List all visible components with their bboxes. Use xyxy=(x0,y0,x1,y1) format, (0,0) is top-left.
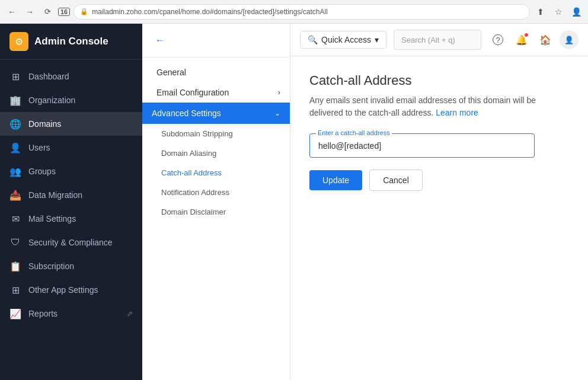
profile-avatar: 👤 xyxy=(564,36,574,44)
submenu-sub-item-catch-all-address[interactable]: Catch-all Address xyxy=(142,163,290,183)
submenu-item-general[interactable]: General xyxy=(142,62,290,82)
submenu-header: ← xyxy=(142,24,290,58)
main-content: 🔍 Quick Access ▾ Search (Alt + q) ? 🔔 🏠 xyxy=(290,24,588,380)
sidebar-item-mail-settings[interactable]: ✉ Mail Settings xyxy=(0,207,142,231)
data-migration-icon: 📥 xyxy=(9,189,21,201)
sidebar-item-label: Security & Compliance xyxy=(28,238,113,247)
lock-icon: 🔒 xyxy=(80,8,88,15)
notification-dot xyxy=(524,33,529,37)
subscription-icon: 📋 xyxy=(9,260,21,272)
submenu-sub-item-domain-disclaimer[interactable]: Domain Disclaimer xyxy=(142,202,290,222)
reload-btn[interactable]: ⟳ xyxy=(40,5,55,19)
quick-access-label: Quick Access xyxy=(321,35,371,44)
sidebar-item-label: Subscription xyxy=(28,261,74,271)
main-body: Catch-all Address Any emails sent invali… xyxy=(290,56,588,207)
profile-menu-button[interactable]: 👤 xyxy=(560,30,579,49)
description-text: Any emails sent invalid email addresses … xyxy=(309,95,536,117)
search-bar[interactable]: Search (Alt + q) xyxy=(394,30,481,50)
quick-access-button[interactable]: 🔍 Quick Access ▾ xyxy=(300,31,386,49)
page-title: Catch-all Address xyxy=(309,73,569,88)
chevron-down-icon: ▾ xyxy=(375,35,379,44)
browser-chrome: ← → ⟳ 16 🔒 mailadmin.zoho.com/cpanel/hom… xyxy=(0,0,588,24)
sidebar-item-label: Data Migration xyxy=(28,190,82,200)
profile-icon[interactable]: 👤 xyxy=(569,5,583,19)
security-icon: 🛡 xyxy=(9,237,21,248)
address-bar[interactable]: 🔒 mailadmin.zoho.com/cpanel/home.do#doma… xyxy=(74,4,530,20)
input-label: Enter a catch-all address xyxy=(316,129,392,136)
tab-counter: 16 xyxy=(58,8,70,16)
submenu-sub-item-label: Subdomain Stripping xyxy=(161,129,233,138)
reports-icon: 📈 xyxy=(9,308,21,320)
other-app-icon: ⊞ xyxy=(9,284,21,296)
update-button[interactable]: Update xyxy=(309,170,362,190)
home-icon: 🏠 xyxy=(539,34,551,46)
url-text: mailadmin.zoho.com/cpanel/home.do#domain… xyxy=(92,8,523,16)
share-icon[interactable]: ⬆ xyxy=(533,5,548,19)
help-icon: ? xyxy=(493,34,503,45)
sidebar-item-users[interactable]: 👤 Users xyxy=(0,136,142,159)
page-description: Any emails sent invalid email addresses … xyxy=(309,94,569,119)
domains-icon: 🌐 xyxy=(9,118,21,130)
sidebar-item-domains[interactable]: 🌐 Domains xyxy=(0,112,142,136)
external-link-icon: ⬀ xyxy=(127,309,133,318)
star-icon[interactable]: ☆ xyxy=(551,5,565,19)
submenu-item-advanced-settings[interactable]: Advanced Settings ⌄ xyxy=(142,103,290,124)
sidebar-item-dashboard[interactable]: ⊞ Dashboard xyxy=(0,65,142,88)
submenu-item-email-configuration[interactable]: Email Configuration › xyxy=(142,82,290,103)
sidebar-item-label: Organization xyxy=(28,95,75,105)
submenu-item-label: Email Configuration xyxy=(156,88,229,97)
sidebar-item-label: Other App Settings xyxy=(28,285,98,295)
organization-icon: 🏢 xyxy=(9,94,21,106)
dashboard-icon: ⊞ xyxy=(9,71,21,82)
mail-settings-icon: ✉ xyxy=(9,213,21,225)
submenu-sub-item-domain-aliasing[interactable]: Domain Aliasing xyxy=(142,143,290,163)
app-logo: ⚙ xyxy=(9,32,28,51)
sidebar-item-data-migration[interactable]: 📥 Data Migration xyxy=(0,183,142,207)
submenu-panel: ← General Email Configuration › Advanced… xyxy=(142,24,290,380)
input-wrapper: Enter a catch-all address xyxy=(309,133,535,158)
chevron-right-icon: › xyxy=(278,88,280,97)
sidebar-item-label: Mail Settings xyxy=(28,214,76,223)
sidebar-item-organization[interactable]: 🏢 Organization xyxy=(0,88,142,112)
back-icon: ← xyxy=(155,35,165,46)
help-button[interactable]: ? xyxy=(488,30,507,49)
sidebar-item-label: Dashboard xyxy=(28,72,69,81)
submenu-sub-item-subdomain-stripping[interactable]: Subdomain Stripping xyxy=(142,124,290,143)
sidebar: ⚙ Admin Console ⊞ Dashboard 🏢 Organizati… xyxy=(0,24,142,380)
sidebar-item-label: Groups xyxy=(28,167,56,176)
sidebar-item-other-app-settings[interactable]: ⊞ Other App Settings xyxy=(0,278,142,302)
home-button[interactable]: 🏠 xyxy=(536,30,555,49)
sidebar-header: ⚙ Admin Console xyxy=(0,24,142,60)
catch-all-address-input[interactable] xyxy=(318,140,526,151)
sidebar-item-reports[interactable]: 📈 Reports ⬀ xyxy=(0,302,142,325)
notifications-button[interactable]: 🔔 xyxy=(512,30,531,49)
submenu-item-label: General xyxy=(156,68,186,77)
cancel-button[interactable]: Cancel xyxy=(369,170,423,191)
sidebar-item-subscription[interactable]: 📋 Subscription xyxy=(0,254,142,278)
back-browser-btn[interactable]: ← xyxy=(5,5,19,19)
main-header: 🔍 Quick Access ▾ Search (Alt + q) ? 🔔 🏠 xyxy=(290,24,588,56)
submenu-items: General Email Configuration › Advanced S… xyxy=(142,58,290,226)
sidebar-item-label: Users xyxy=(28,143,50,152)
catch-all-input-group: Enter a catch-all address xyxy=(309,133,535,158)
sidebar-item-groups[interactable]: 👥 Groups xyxy=(0,159,142,183)
logo-icon: ⚙ xyxy=(15,36,23,47)
sidebar-item-label: Domains xyxy=(28,119,61,129)
users-icon: 👤 xyxy=(9,142,21,154)
sidebar-nav: ⊞ Dashboard 🏢 Organization 🌐 Domains 👤 U… xyxy=(0,60,142,380)
groups-icon: 👥 xyxy=(9,165,21,177)
learn-more-link[interactable]: Learn more xyxy=(436,108,478,117)
submenu-sub-item-notification-address[interactable]: Notification Address xyxy=(142,183,290,202)
submenu-item-label: Advanced Settings xyxy=(152,108,221,118)
sidebar-title: Admin Console xyxy=(34,36,108,47)
submenu-sub-item-label: Domain Aliasing xyxy=(161,149,216,158)
submenu-sub-item-label: Catch-all Address xyxy=(161,168,222,177)
chevron-down-icon: ⌄ xyxy=(274,109,280,117)
button-row: Update Cancel xyxy=(309,170,569,191)
search-placeholder: Search (Alt + q) xyxy=(401,36,455,44)
back-button[interactable]: ← xyxy=(152,32,168,49)
submenu-sub-item-label: Domain Disclaimer xyxy=(161,207,226,216)
search-icon: 🔍 xyxy=(308,35,318,44)
forward-browser-btn[interactable]: → xyxy=(23,5,37,19)
sidebar-item-security-compliance[interactable]: 🛡 Security & Compliance xyxy=(0,231,142,254)
